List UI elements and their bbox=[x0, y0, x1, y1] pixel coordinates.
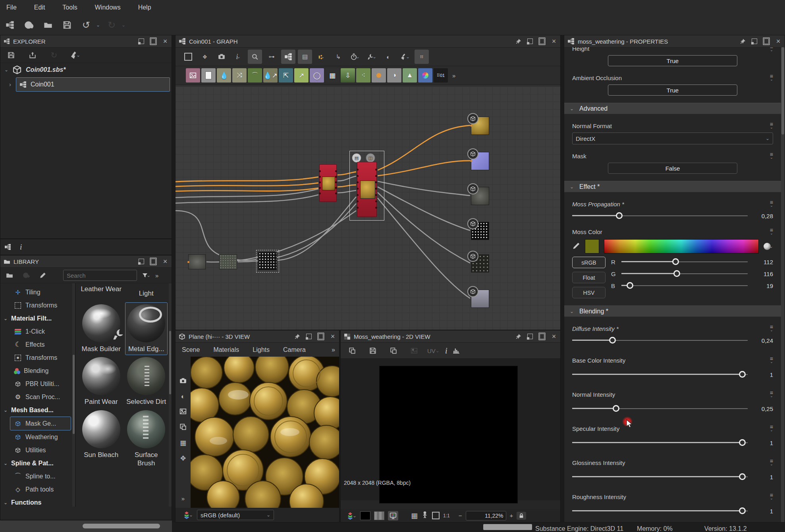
safe-transform-node-tile[interactable]: ⇱ bbox=[279, 68, 293, 83]
background-gray-swatch[interactable] bbox=[374, 511, 384, 520]
height-preset-icon[interactable]: ≡⌄ bbox=[770, 47, 773, 52]
roughness-intensity-preset-icon[interactable]: ≡⌄ bbox=[770, 493, 773, 500]
view2d-close-button[interactable]: × bbox=[551, 333, 557, 340]
properties-pin-button[interactable] bbox=[739, 38, 746, 44]
blue-slider[interactable]: B 19 bbox=[611, 281, 773, 290]
histogram-icon[interactable] bbox=[453, 347, 460, 355]
link-display-icon[interactable]: ⊶ bbox=[264, 50, 279, 64]
tile-sampler-node-tile[interactable]: ▦ bbox=[325, 68, 339, 83]
text-node-tile[interactable] bbox=[201, 68, 216, 83]
curve-node-tile[interactable]: ⌒ bbox=[248, 68, 262, 83]
transform-image-icon[interactable] bbox=[407, 343, 422, 358]
new-substance-button[interactable] bbox=[2, 17, 17, 33]
search-icon[interactable] bbox=[248, 50, 262, 64]
normal-format-preset-icon[interactable]: ≡⌄ bbox=[770, 122, 773, 129]
moss-propagation-preset-icon[interactable]: ≡⌄ bbox=[770, 200, 773, 207]
library-items-scrollbar[interactable] bbox=[169, 283, 172, 507]
library-edit-icon[interactable] bbox=[37, 268, 49, 283]
library-toolbar-overflow[interactable]: » bbox=[155, 272, 158, 279]
view3d-menu-overflow[interactable]: » bbox=[332, 346, 335, 353]
package-expand-icon[interactable]: ⌄ bbox=[4, 67, 8, 73]
render-tool-icon[interactable] bbox=[179, 423, 187, 432]
category-spline-tools[interactable]: ⌒Spline to... bbox=[0, 470, 75, 483]
node-create-icon[interactable] bbox=[281, 50, 295, 64]
properties-close-button[interactable]: × bbox=[775, 38, 781, 44]
height-toggle-button[interactable]: True bbox=[608, 55, 737, 66]
normal-intensity-slider[interactable]: 0,25 bbox=[572, 404, 773, 413]
base-color-intensity-slider[interactable]: 1 bbox=[572, 370, 773, 379]
ambient-occlusion-toggle-button[interactable]: True bbox=[608, 85, 737, 96]
category-spline-pattern[interactable]: ⌄Spline & Pat... bbox=[0, 457, 75, 470]
category-tiling[interactable]: ✢Tiling bbox=[0, 286, 75, 299]
menu-windows[interactable]: Windows bbox=[95, 4, 121, 11]
actual-size-icon[interactable]: ✥ bbox=[198, 50, 212, 64]
specular-intensity-slider[interactable]: 1 bbox=[572, 438, 773, 447]
environment-tool-icon[interactable] bbox=[179, 408, 187, 416]
category-weathering[interactable]: Weathering bbox=[0, 430, 75, 444]
menu-tools[interactable]: Tools bbox=[62, 4, 77, 11]
blur-node-tile[interactable]: 💧 bbox=[217, 68, 231, 83]
glossiness-intensity-preset-icon[interactable]: ≡⌄ bbox=[770, 459, 773, 466]
uniform-color-node-tile[interactable]: ◑ bbox=[387, 68, 401, 83]
background-black-swatch[interactable] bbox=[360, 511, 370, 520]
bit-depth-node-tile[interactable]: ⠿01 bbox=[434, 68, 448, 83]
graph-node-texture-2[interactable] bbox=[219, 254, 237, 269]
green-slider[interactable]: G 116 bbox=[611, 269, 773, 278]
zoom-level-field[interactable] bbox=[466, 511, 506, 520]
publish-button[interactable] bbox=[21, 17, 37, 33]
warp-node-tile[interactable]: 💧↗ bbox=[263, 68, 278, 83]
snap-grid-icon[interactable]: ⌗ bbox=[415, 50, 429, 64]
category-mesh-based[interactable]: ⌄Mesh Based... bbox=[0, 403, 75, 417]
library-add-url-icon[interactable] bbox=[20, 268, 32, 283]
moss-color-swatch[interactable] bbox=[585, 239, 599, 254]
uv-grid-tool-icon[interactable]: ▦ bbox=[180, 439, 186, 447]
explorer-clean-icon[interactable]: ⌄ bbox=[68, 48, 83, 63]
graph-output-ao[interactable] bbox=[471, 290, 489, 308]
library-item-sun-bleach[interactable]: Sun Bleach bbox=[80, 408, 123, 470]
save-button[interactable] bbox=[60, 17, 75, 33]
menu-materials[interactable]: Materials bbox=[213, 346, 239, 353]
graph-tree-item[interactable]: Coin001 bbox=[16, 77, 170, 92]
screenshot-icon[interactable] bbox=[214, 50, 229, 64]
red-slider[interactable]: R 112 bbox=[611, 257, 773, 266]
display-filter-icon[interactable] bbox=[388, 511, 398, 520]
graph-output-metallic[interactable] bbox=[471, 222, 489, 240]
library-add-folder-icon[interactable] bbox=[4, 268, 15, 283]
view3d-pin-button[interactable] bbox=[294, 333, 300, 340]
duplicate-view-icon[interactable] bbox=[345, 343, 360, 358]
library-maximize-button[interactable] bbox=[150, 258, 156, 265]
library-item-mask-builder[interactable]: Mask Builder bbox=[80, 302, 123, 355]
info-2d-icon[interactable]: i bbox=[445, 346, 447, 355]
package-row[interactable]: ⌄ Coin001.sbs* bbox=[0, 63, 172, 77]
clean-icon[interactable]: ⌄ bbox=[398, 50, 412, 64]
blending-section-header[interactable]: ⌄ Blending * bbox=[564, 305, 781, 317]
category-transforms-2[interactable]: ◉Transforms bbox=[0, 351, 75, 364]
srgb-mode-button[interactable]: sRGB bbox=[572, 257, 606, 268]
tiling-grid-icon[interactable]: ▦ bbox=[411, 511, 418, 520]
hsl-node-tile[interactable] bbox=[418, 68, 432, 83]
dependencies-icon[interactable]: ⑆⌄ bbox=[314, 50, 329, 64]
tools-icon[interactable]: ⌄ bbox=[365, 50, 379, 64]
graph-float-button[interactable] bbox=[527, 38, 533, 44]
zoom-out-icon[interactable]: − bbox=[459, 512, 462, 519]
hsv-mode-button[interactable]: HSV bbox=[572, 287, 606, 298]
menu-scene[interactable]: Scene bbox=[182, 346, 200, 353]
ao-preset-icon[interactable]: ≡⌄ bbox=[770, 74, 773, 81]
transform-tool-icon[interactable]: ✥ bbox=[180, 454, 186, 463]
view2d-maximize-button[interactable] bbox=[539, 333, 545, 340]
library-item-paint-wear[interactable]: Paint Wear bbox=[80, 355, 123, 408]
mask-toggle-button[interactable]: False bbox=[608, 163, 737, 174]
layering-icon[interactable]: ▤ bbox=[298, 50, 312, 64]
info-icon[interactable]: i bbox=[20, 243, 22, 252]
menu-help[interactable]: Help bbox=[138, 4, 151, 11]
menu-lights[interactable]: Lights bbox=[253, 346, 270, 353]
info-display-icon[interactable]: i⌄ bbox=[231, 50, 245, 64]
explorer-maximize-button[interactable] bbox=[150, 38, 156, 44]
category-transforms[interactable]: Transforms bbox=[0, 299, 75, 312]
view2d-float-button[interactable] bbox=[527, 333, 533, 340]
library-item-selective-dirt[interactable]: Selective Dirt bbox=[125, 355, 168, 408]
color-spectrum-bar[interactable] bbox=[604, 239, 759, 254]
view2d-pin-button[interactable] bbox=[515, 333, 521, 340]
float-mode-button[interactable]: Float bbox=[572, 272, 606, 283]
specular-intensity-preset-icon[interactable]: ≡⌄ bbox=[770, 425, 773, 432]
